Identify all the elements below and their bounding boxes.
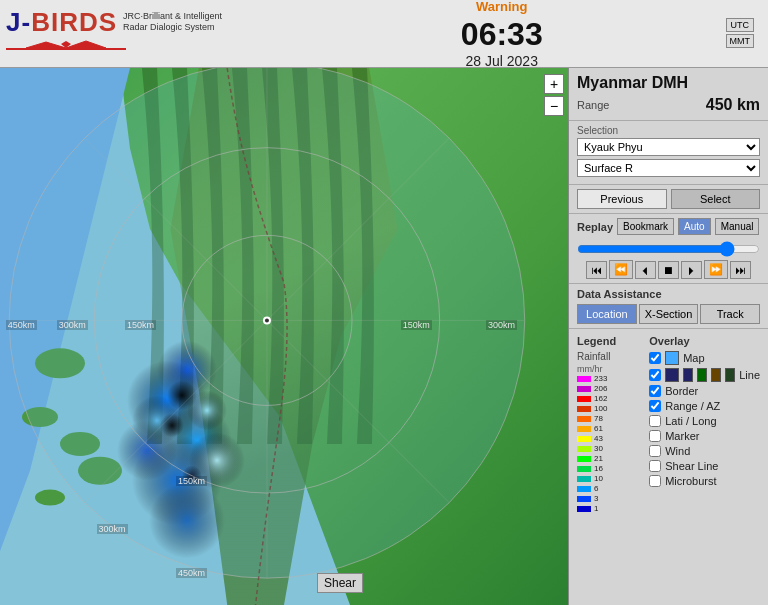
legend-item: 21 [577,454,641,463]
replay-section: Replay Bookmark Auto Manual ⏮ ⏪ ⏴ ⏹ ⏵ ⏩ … [569,214,768,284]
legend-value: 43 [594,434,603,443]
overlay-items: MapLineBorderRange / AZLati / LongMarker… [649,351,760,487]
site-select[interactable]: Kyauk Phyu [577,138,760,156]
main-content: + − 450km 300km 150km 150km 300km 150km … [0,68,768,605]
legend-item: 6 [577,484,641,493]
legend-value: 21 [594,454,603,463]
overlay-checkbox-lati-/-long[interactable] [649,415,661,427]
select-button[interactable]: Select [671,189,761,209]
station-name: Myanmar DMH [577,74,760,92]
replay-skip-fwd-button[interactable]: ⏭ [730,261,751,279]
overlay-label-text: Wind [665,445,690,457]
zoom-in-button[interactable]: + [544,74,564,94]
overlay-checkbox-shear-line[interactable] [649,460,661,472]
legend-color-swatch [577,466,591,472]
overlay-row: Range / AZ [649,400,760,412]
legend-item: 16 [577,464,641,473]
overlay-checkbox-marker[interactable] [649,430,661,442]
overlay-checkbox-wind[interactable] [649,445,661,457]
range-label-300-left: 300km [57,320,88,330]
bird-logo [6,40,126,58]
replay-controls: ⏮ ⏪ ⏴ ⏹ ⏵ ⏩ ⏭ [577,260,760,279]
zoom-out-button[interactable]: − [544,96,564,116]
overlay-swatch [665,351,679,365]
utc-mmt-buttons[interactable]: UTC MMT [726,18,755,50]
overlay-row: Line [649,368,760,382]
replay-slider[interactable] [577,241,760,257]
legend-value: 78 [594,414,603,423]
legend-color-swatch [577,476,591,482]
legend-value: 10 [594,474,603,483]
overlay-checkbox-map[interactable] [649,352,661,364]
replay-stop-button[interactable]: ⏹ [658,261,679,279]
overlay-checkbox-range-/-az[interactable] [649,400,661,412]
legend-item: 162 [577,394,641,403]
overlay-label-text: Border [665,385,698,397]
legend-section: Legend Rainfall mm/hr 233206162100786143… [569,329,768,520]
legend-color-swatch [577,376,591,382]
overlay-swatch-extra [683,368,693,382]
rainfall-label: Rainfall [577,351,641,362]
overlay-checkbox-microburst[interactable] [649,475,661,487]
overlay-swatch-extra [697,368,707,382]
legend-item: 100 [577,404,641,413]
range-label: Range [577,99,609,111]
legend-value: 6 [594,484,598,493]
legend-value: 16 [594,464,603,473]
legend-value: 30 [594,444,603,453]
legend-color-swatch [577,506,591,512]
legend-item: 3 [577,494,641,503]
overlay-swatch-extra [725,368,735,382]
previous-button[interactable]: Previous [577,189,667,209]
legend-value: 206 [594,384,607,393]
header-date: 28 Jul 2023 [466,53,538,69]
overlay-row: Border [649,385,760,397]
data-assistance-label: Data Assistance [577,288,760,300]
range-label-150-bottom: 150km [176,476,207,486]
range-label-150-left: 150km [125,320,156,330]
legend-value: 61 [594,424,603,433]
overlay-label-text: Line [739,369,760,381]
product-select[interactable]: Surface R [577,159,760,177]
logo-jbirds: J-BIRDS [6,7,117,38]
logo-subtitle: JRC·Brilliant & Intelligent Radar Dialog… [123,11,222,33]
tab-xsection[interactable]: X-Section [639,304,699,324]
overlay-label-text: Range / AZ [665,400,720,412]
range-label-300-right: 300km [486,320,517,330]
utc-button[interactable]: UTC [726,18,755,32]
bookmark-button[interactable]: Bookmark [617,218,674,235]
range-label-300-bottom: 300km [97,524,128,534]
zoom-controls[interactable]: + − [544,74,564,116]
mmt-button[interactable]: MMT [726,34,755,48]
overlay-checkbox-border[interactable] [649,385,661,397]
legend-item: 10 [577,474,641,483]
range-label-150-right: 150km [401,320,432,330]
replay-skip-back-button[interactable]: ⏮ [586,261,607,279]
rainfall-unit: mm/hr [577,364,641,374]
replay-play-button[interactable]: ⏵ [681,261,702,279]
shear-label: Shear [317,573,363,593]
tab-location[interactable]: Location [577,304,637,324]
auto-button[interactable]: Auto [678,218,711,235]
replay-back-button[interactable]: ⏪ [609,260,633,279]
legend-color-swatch [577,386,591,392]
data-assistance-section: Data Assistance Location X-Section Track [569,284,768,329]
legend-value: 162 [594,394,607,403]
range-label-450-left: 450km [6,320,37,330]
overlay-checkbox-line[interactable] [649,369,661,381]
manual-button[interactable]: Manual [715,218,760,235]
overlay-swatch [665,368,679,382]
legend-color-swatch [577,456,591,462]
overlay-row: Marker [649,430,760,442]
header-time: 06:33 [461,16,543,53]
legend-color-swatch [577,416,591,422]
replay-prev-button[interactable]: ⏴ [635,261,656,279]
header: J-BIRDS JRC·Brilliant & Intelligent Rada… [0,0,768,68]
replay-next-button[interactable]: ⏩ [704,260,728,279]
overlay-row: Wind [649,445,760,457]
right-panel: Myanmar DMH Range 450 km Selection Kyauk… [568,68,768,605]
tab-track[interactable]: Track [700,304,760,324]
nav-buttons: Previous Select [569,185,768,214]
overlay-label-text: Map [683,352,704,364]
range-value: 450 km [706,96,760,114]
